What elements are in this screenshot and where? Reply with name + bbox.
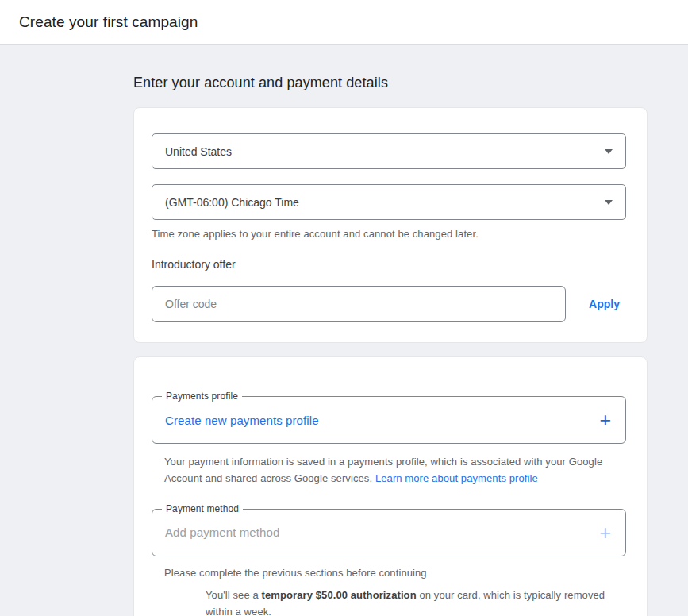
- offer-code-input[interactable]: [152, 286, 566, 322]
- chevron-down-icon: [605, 200, 613, 205]
- introductory-offer-label: Introductory offer: [152, 258, 626, 271]
- timezone-help-text: Time zone applies to your entire account…: [152, 228, 626, 240]
- section-heading: Enter your account and payment details: [133, 45, 648, 91]
- plus-icon[interactable]: +: [599, 411, 611, 429]
- payments-profile-legend: Payments profile: [162, 391, 242, 402]
- country-select-value: United States: [165, 145, 232, 158]
- apply-button[interactable]: Apply: [582, 293, 626, 315]
- app-header: Create your first campaign: [0, 0, 688, 45]
- payment-details-card: Payments profile Create new payments pro…: [133, 356, 648, 616]
- create-payments-profile-link[interactable]: Create new payments profile: [165, 414, 319, 427]
- payment-method-legend: Payment method: [162, 503, 243, 514]
- main-content: Enter your account and payment details U…: [133, 45, 648, 616]
- country-select[interactable]: United States: [152, 133, 626, 169]
- plus-icon-disabled: +: [599, 524, 611, 541]
- payment-method-field[interactable]: Payment method Add payment method +: [152, 509, 626, 556]
- offer-code-row: Apply: [152, 286, 626, 322]
- complete-sections-note: Please complete the previous sections be…: [164, 567, 626, 579]
- learn-more-link[interactable]: Learn more about payments profile: [375, 472, 538, 484]
- chevron-down-icon: [605, 149, 613, 154]
- payment-method-placeholder: Add payment method: [165, 526, 279, 539]
- account-details-card: United States (GMT-06:00) Chicago Time T…: [133, 107, 648, 343]
- payments-profile-help: Your payment information is saved in a p…: [164, 454, 632, 487]
- timezone-select-value: (GMT-06:00) Chicago Time: [165, 196, 299, 209]
- payments-profile-field[interactable]: Payments profile Create new payments pro…: [152, 396, 626, 444]
- page-title: Create your first campaign: [19, 13, 198, 31]
- timezone-select[interactable]: (GMT-06:00) Chicago Time: [152, 184, 626, 220]
- authorization-note-bold: temporary $50.00 authorization: [262, 589, 417, 601]
- authorization-note: You'll see a temporary $50.00 authorizat…: [206, 587, 621, 616]
- authorization-note-prefix: You'll see a: [206, 589, 262, 601]
